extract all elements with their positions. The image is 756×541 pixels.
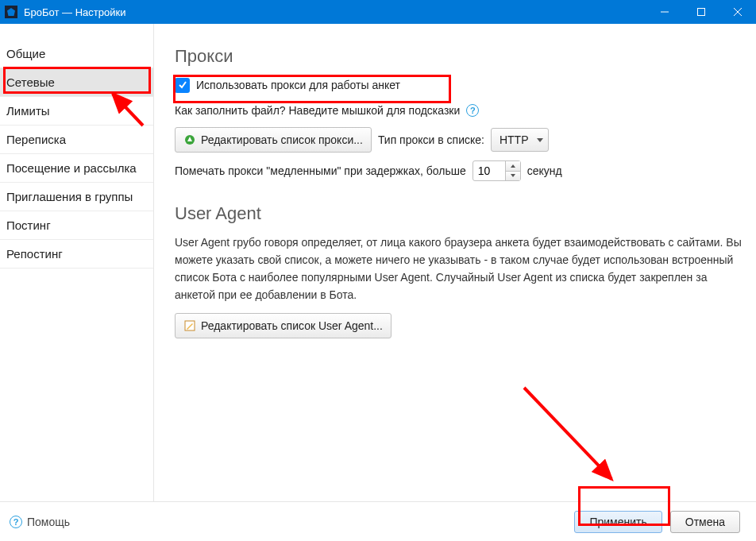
- app-icon: [5, 6, 17, 18]
- sidebar-item-label: Сетевые: [6, 75, 55, 89]
- proxy-edit-row: Редактировать список прокси... Тип прокс…: [175, 127, 742, 153]
- sidebar-item-visit-send[interactable]: Посещение и рассылка: [0, 154, 153, 183]
- edit-icon: [183, 133, 196, 146]
- cancel-button[interactable]: Отмена: [670, 511, 740, 533]
- cancel-label: Отмена: [685, 516, 725, 528]
- sidebar-item-label: Общие: [6, 47, 45, 60]
- proxy-type-label: Тип прокси в списке:: [378, 131, 484, 149]
- svg-rect-1: [698, 9, 705, 16]
- apply-button[interactable]: Применить: [574, 511, 662, 533]
- sidebar-item-label: Приглашения в группы: [6, 190, 133, 203]
- sidebar-item-chat[interactable]: Переписка: [0, 126, 153, 154]
- help-label: Помощь: [27, 516, 70, 528]
- edit-ua-list-label: Редактировать список User Agent...: [201, 317, 383, 334]
- apply-label: Применить: [589, 516, 646, 528]
- proxy-type-select[interactable]: HTTP: [491, 128, 549, 152]
- edit-icon: [183, 319, 196, 332]
- sidebar-item-limits[interactable]: Лимиты: [0, 97, 153, 126]
- main-area: Общие Сетевые Лимиты Переписка Посещение…: [0, 24, 756, 501]
- settings-sidebar: Общие Сетевые Лимиты Переписка Посещение…: [0, 24, 154, 501]
- use-proxy-row: Использовать прокси для работы анкет: [175, 76, 742, 94]
- use-proxy-label: Использовать прокси для работы анкет: [196, 76, 400, 94]
- sidebar-item-general[interactable]: Общие: [0, 40, 153, 68]
- window-controls: [646, 0, 756, 24]
- minimize-button[interactable]: [646, 0, 683, 24]
- stepper-up-button[interactable]: [506, 161, 520, 172]
- stepper-down-button[interactable]: [506, 172, 520, 181]
- delay-seconds-stepper[interactable]: [472, 160, 521, 181]
- window-title: БроБот — Настройки: [24, 6, 125, 18]
- sidebar-item-posting[interactable]: Постинг: [0, 211, 153, 240]
- edit-proxy-list-label: Редактировать список прокси...: [201, 131, 363, 149]
- ua-edit-row: Редактировать список User Agent...: [175, 313, 742, 338]
- sidebar-item-label: Постинг: [6, 218, 51, 232]
- maximize-button[interactable]: [683, 0, 719, 24]
- close-button[interactable]: [719, 0, 756, 24]
- edit-proxy-list-button[interactable]: Редактировать список прокси...: [175, 127, 372, 153]
- sidebar-item-label: Лимиты: [6, 104, 50, 118]
- title-bar: БроБот — Настройки: [0, 0, 756, 24]
- stepper-buttons: [505, 161, 520, 180]
- edit-ua-list-button[interactable]: Редактировать список User Agent...: [175, 313, 392, 338]
- seconds-suffix: секунд: [527, 162, 562, 180]
- help-icon: ?: [10, 516, 22, 528]
- ua-section-title: User Agent: [175, 203, 742, 224]
- proxy-section-title: Прокси: [175, 46, 742, 67]
- fill-file-hint-text: Как заполнить файл? Наведите мышкой для …: [175, 102, 460, 119]
- settings-content: Прокси Использовать прокси для работы ан…: [154, 24, 756, 501]
- sidebar-item-network[interactable]: Сетевые: [0, 68, 153, 97]
- slow-proxy-prefix: Помечать прокси "медленными" при задержк…: [175, 162, 466, 180]
- delay-seconds-input[interactable]: [473, 161, 505, 180]
- ua-description: User Agent грубо говоря определяет, от л…: [175, 234, 742, 303]
- sidebar-item-group-invites[interactable]: Приглашения в группы: [0, 183, 153, 211]
- dialog-footer: ? Помощь Применить Отмена: [0, 501, 756, 541]
- proxy-type-value: HTTP: [499, 131, 529, 149]
- sidebar-item-label: Переписка: [6, 133, 66, 146]
- sidebar-item-label: Репостинг: [6, 247, 63, 261]
- fill-file-hint-row: Как заполнить файл? Наведите мышкой для …: [175, 102, 742, 119]
- sidebar-item-label: Посещение и рассылка: [6, 161, 137, 175]
- slow-proxy-row: Помечать прокси "медленными" при задержк…: [175, 160, 742, 181]
- use-proxy-checkbox[interactable]: [175, 78, 190, 93]
- chevron-down-icon: [537, 138, 543, 142]
- sidebar-item-reposting[interactable]: Репостинг: [0, 240, 153, 269]
- help-icon[interactable]: ?: [466, 104, 479, 117]
- help-link[interactable]: ? Помощь: [10, 516, 70, 528]
